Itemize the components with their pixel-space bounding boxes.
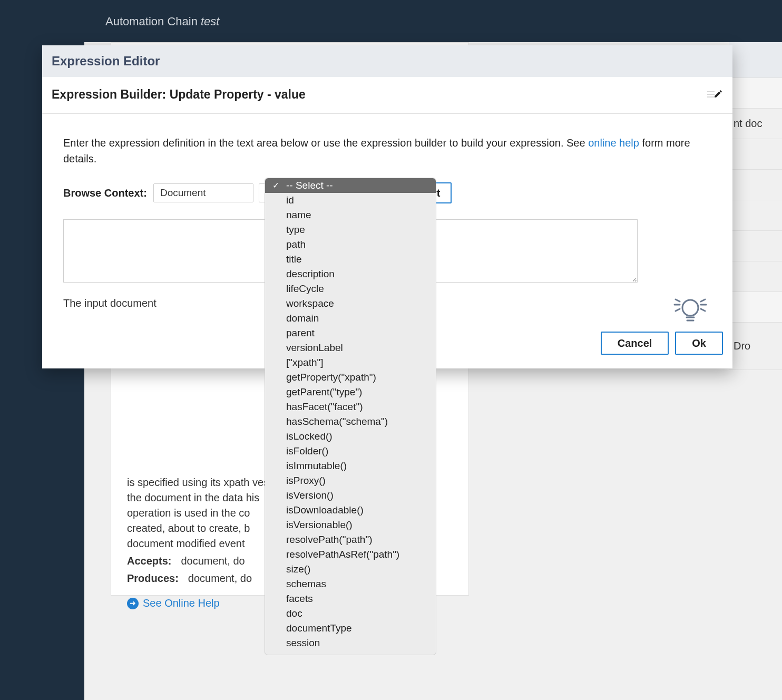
dropdown-option[interactable]: workspace: [265, 296, 436, 311]
modal-title: Expression Editor: [42, 45, 732, 77]
dropdown-option[interactable]: isDownloadable(): [265, 503, 436, 518]
right-fragment-row: [729, 200, 782, 231]
lightbulb-icon: [669, 293, 711, 329]
accepts-value: document, do: [181, 555, 245, 567]
dropdown-option[interactable]: domain: [265, 311, 436, 326]
right-fragment-row: [729, 170, 782, 200]
dropdown-option[interactable]: isProxy(): [265, 473, 436, 488]
dropdown-option[interactable]: isLocked(): [265, 429, 436, 444]
arrow-right-icon: ➜: [127, 598, 139, 609]
dropdown-option[interactable]: type: [265, 222, 436, 237]
page-title-name: test: [201, 15, 219, 28]
produces-value: document, do: [188, 572, 252, 584]
online-help-link-inline[interactable]: online help: [588, 137, 639, 149]
dropdown-option[interactable]: getParent("type"): [265, 385, 436, 400]
dropdown-option[interactable]: isImmutable(): [265, 459, 436, 473]
dropdown-option[interactable]: isVersion(): [265, 488, 436, 503]
svg-line-6: [701, 309, 705, 311]
online-help-link-text[interactable]: See Online Help: [143, 596, 220, 611]
browse-context-label: Browse Context:: [63, 187, 147, 199]
dropdown-option[interactable]: -- Select --: [265, 178, 436, 193]
dropdown-option[interactable]: resolvePath("path"): [265, 532, 436, 547]
right-fragment-row: [729, 261, 782, 292]
dropdown-option[interactable]: isFolder(): [265, 444, 436, 459]
dropdown-option[interactable]: path: [265, 237, 436, 252]
dropdown-option[interactable]: id: [265, 193, 436, 208]
edit-icon[interactable]: [707, 89, 723, 101]
modal-subtitle: Expression Builder: Update Property - va…: [52, 88, 306, 102]
dropdown-option[interactable]: title: [265, 252, 436, 267]
svg-line-8: [701, 299, 705, 302]
right-fragment: nt doc Dro: [729, 42, 782, 370]
right-fragment-row: [729, 78, 782, 109]
dropdown-option[interactable]: resolvePathAsRef("path"): [265, 547, 436, 562]
dropdown-option[interactable]: isVersionable(): [265, 518, 436, 532]
dropdown-option[interactable]: schemas: [265, 577, 436, 591]
dropdown-option[interactable]: session: [265, 636, 436, 650]
property-dropdown[interactable]: -- Select --idnametypepathtitledescripti…: [265, 178, 436, 655]
right-fragment-row: [729, 139, 782, 170]
dropdown-option[interactable]: size(): [265, 562, 436, 577]
dropdown-option[interactable]: lifeCycle: [265, 281, 436, 296]
page-title: Automation Chain test: [105, 15, 219, 28]
right-fragment-row: [729, 231, 782, 261]
dropdown-option[interactable]: facets: [265, 591, 436, 606]
ok-button[interactable]: Ok: [675, 332, 723, 355]
produces-label: Produces:: [127, 572, 179, 584]
context-select-value: Document: [160, 187, 206, 199]
dropdown-option[interactable]: hasSchema("schema"): [265, 414, 436, 429]
accepts-label: Accepts:: [127, 555, 171, 567]
dropdown-option[interactable]: doc: [265, 606, 436, 621]
intro-before: Enter the expression definition in the t…: [63, 137, 588, 149]
right-fragment-row: [729, 292, 782, 323]
svg-point-0: [682, 300, 698, 316]
intro-text: Enter the expression definition in the t…: [63, 135, 711, 167]
cancel-button[interactable]: Cancel: [601, 332, 669, 355]
modal-subheader: Expression Builder: Update Property - va…: [42, 77, 732, 114]
dropdown-option[interactable]: hasFacet("facet"): [265, 400, 436, 414]
topbar: Automation Chain test: [0, 0, 782, 42]
dropdown-option[interactable]: versionLabel: [265, 341, 436, 355]
dropdown-option[interactable]: getProperty("xpath"): [265, 370, 436, 385]
svg-line-7: [676, 299, 680, 302]
dropdown-option[interactable]: documentType: [265, 621, 436, 636]
dropdown-option[interactable]: description: [265, 267, 436, 281]
dropdown-option[interactable]: ["xpath"]: [265, 355, 436, 370]
dropdown-option[interactable]: name: [265, 208, 436, 222]
page-title-prefix: Automation Chain: [105, 15, 201, 28]
svg-line-5: [676, 309, 680, 311]
right-fragment-row: [729, 42, 782, 78]
dropdown-option[interactable]: parent: [265, 326, 436, 341]
right-fragment-row: Dro: [729, 323, 782, 370]
right-fragment-row: nt doc: [729, 109, 782, 139]
context-select[interactable]: Document: [153, 183, 253, 202]
